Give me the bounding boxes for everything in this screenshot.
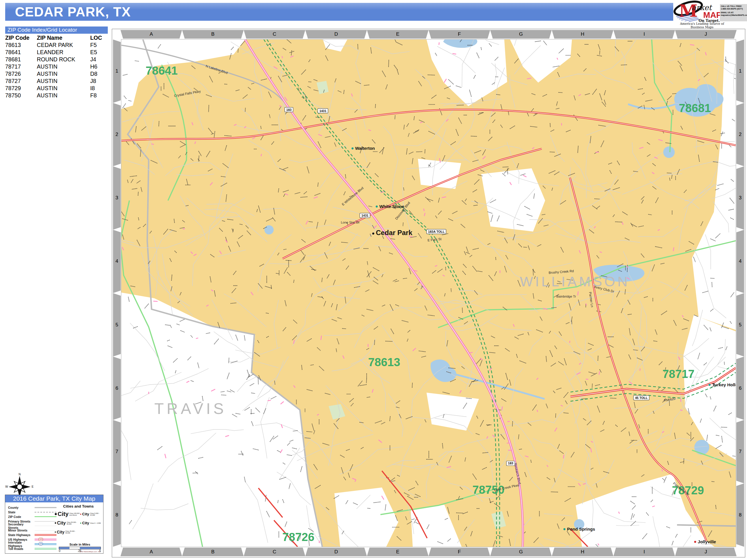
zip-col-header: ZIP Name (37, 34, 90, 42)
page-title: CEDAR PARK, TX (15, 4, 131, 20)
legend-cities-grid: CityCities 100,000 and AboveCityCities 5… (55, 510, 102, 536)
zip-loc-cell: I8 (90, 85, 108, 92)
title-bar: CEDAR PARK, TX (5, 3, 674, 21)
map-frame: ABCDEFGHIJ ABCDEFGHIJ 12345678 12345678 (112, 29, 745, 557)
highway-shield-icon: 123 (38, 538, 43, 541)
grid-row-label-4: 4 (113, 230, 121, 293)
legend-box: 2016 Cedar Park, TX City Map CountyState… (5, 495, 103, 554)
label-text: 78726 (282, 531, 314, 543)
zip-table-row: 78641LEANDERE5 (5, 49, 108, 56)
grid-col-label-C: C (244, 30, 306, 38)
contact-line: CALL US TOLL FREE! (721, 5, 746, 8)
label-text: 78717 (663, 368, 695, 380)
compass-w-label: W (5, 485, 8, 488)
legend-line-sample: 123 (34, 539, 56, 540)
zip-loc-cell: E5 (90, 49, 108, 56)
grid-row-label-5: 5 (736, 293, 744, 357)
grid-col-label-J: J (675, 548, 737, 556)
grid-row-label-2: 2 (736, 103, 744, 166)
highway-shield-183a-toll: 183A TOLL (427, 229, 446, 234)
legend-body: CountyStateZIP CodePrimary StreetsSecond… (5, 502, 103, 553)
highway-shield-icon: 123 (38, 542, 43, 545)
city-label-turkey-hollow: Turkey Hollow (709, 382, 736, 387)
grid-row-label-1: 1 (736, 39, 744, 103)
legend-item-label: State Highways (8, 533, 34, 537)
shield-text: 183 (286, 108, 291, 111)
city-dot-icon (376, 206, 378, 208)
legend-line-swatch (34, 507, 56, 508)
legend-item-state-highways: State Highways (8, 533, 56, 537)
zip-index-title: ZIP Code Index/Grid Locator (5, 27, 108, 34)
zip-table-row: 78726AUSTIND8 (5, 70, 108, 78)
legend-line-swatch (34, 512, 56, 512)
compass-n-label: N (19, 473, 21, 476)
zip-code-cell: 78641 (5, 49, 37, 56)
city-dot-icon (55, 513, 57, 515)
legend-city-note: Cities 0 - 4,999 (90, 522, 101, 524)
legend-item-state: State (8, 510, 56, 514)
legend-item-county: County (8, 505, 56, 510)
zip-col-header: LOC (90, 34, 108, 42)
grid-row-label-8: 8 (736, 483, 744, 547)
zip-table-row: 78729AUSTINI8 (5, 85, 108, 92)
zip-name-cell: AUSTIN (37, 85, 90, 92)
legend-line-swatch (34, 516, 56, 517)
legend-line-sample (34, 526, 56, 526)
legend-item-secondary-streets: Secondary Streets (8, 524, 56, 528)
city-dot-icon (709, 384, 711, 386)
legend-title: 2016 Cedar Park, TX City Map (5, 495, 103, 502)
zip-name-cell: CEDAR PARK (37, 42, 90, 49)
legend-city-class: CityCities 25,000 - 49,999 (55, 528, 80, 536)
grid-ruler-left: 12345678 (113, 39, 121, 547)
legend-item-label: ZIP Code (8, 515, 34, 518)
grid-col-label-H: H (552, 548, 614, 556)
grid-row-label-1: 1 (113, 39, 121, 103)
grid-col-label-I: I (613, 548, 675, 556)
shield-text: 183 (508, 461, 513, 465)
legend-cities-title: Cities and Towns (55, 504, 102, 508)
legend-city-note: Cities 100,000 and Above (70, 512, 80, 516)
city-map: 78641786817861378717787297875078726WILLI… (121, 39, 736, 547)
legend-city-label: City (57, 530, 64, 534)
zip-name-cell: AUSTIN (37, 92, 90, 99)
city-dot-icon (563, 528, 565, 530)
grid-col-label-J: J (675, 30, 737, 38)
legend-line-sample (34, 507, 56, 508)
zip-label-78613: 78613 (368, 356, 400, 368)
city-label-pond-springs: Pond Springs (563, 527, 595, 532)
legend-item-label: Secondary Streets (8, 523, 34, 530)
legend-city-label: City (82, 521, 89, 525)
legend-line-sample (34, 548, 56, 550)
legend-city-note: Cities 25,000 - 49,999 (65, 530, 80, 534)
highway-shield-1431: 1431 (318, 109, 328, 113)
legend-item-zip-code: ZIP Code (8, 514, 56, 519)
city-dot-icon (55, 532, 56, 533)
grid-col-label-E: E (367, 548, 429, 556)
city-dot-icon (694, 541, 696, 543)
legend-cities: Cities and Towns CityCities 100,000 and … (55, 504, 102, 536)
zip-code-cell: 78681 (5, 56, 37, 63)
grid-col-label-A: A (121, 548, 182, 556)
grid-col-label-I: I (613, 30, 675, 38)
legend-line-sample (34, 534, 56, 536)
label-text: Pond Springs (567, 527, 595, 532)
highway-shield-183: 183 (506, 461, 515, 466)
zip-name-cell: AUSTIN (37, 70, 90, 78)
road-label-bainbridge-tr: Bainbridge Tr (556, 295, 576, 298)
highway-shield-183: 183 (285, 107, 293, 112)
grid-col-label-H: H (552, 30, 614, 38)
legend-city-class: CityCities 0 - 4,999 (80, 518, 102, 528)
city-label-white-stone: White Stone (376, 204, 404, 209)
zip-loc-cell: F5 (90, 42, 108, 49)
zip-loc-cell: H6 (90, 63, 108, 70)
legend-city-label: City (58, 511, 69, 517)
zip-label-78726: 78726 (282, 531, 314, 543)
contact-line: mapsales@MarketMAPS.com (721, 14, 746, 17)
grid-ruler-right: 12345678 (736, 39, 744, 547)
grid-col-label-E: E (367, 30, 429, 38)
county-label-travis: TRAVIS (154, 400, 227, 417)
grid-row-label-4: 4 (736, 230, 744, 293)
zip-loc-cell: J8 (90, 78, 108, 85)
legend-line-swatch (34, 543, 56, 545)
county-label-williamson: WILLIAMSON (520, 274, 630, 289)
